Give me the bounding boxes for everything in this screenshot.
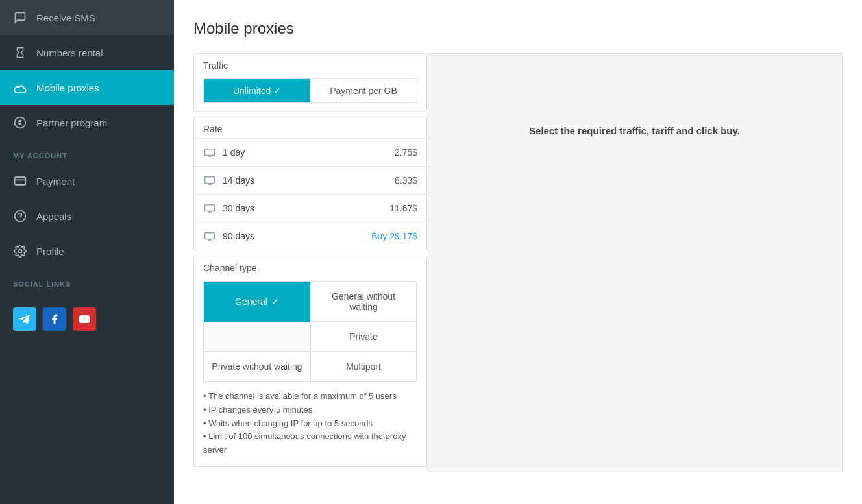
sidebar-label-profile: Profile [36, 246, 64, 257]
sidebar-label-appeals: Appeals [36, 211, 71, 222]
monitor-icon-2 [203, 174, 216, 187]
rate-label-90days: 90 days [223, 231, 254, 241]
sidebar-item-receive-sms[interactable]: Receive SMS [0, 0, 174, 35]
youtube-button[interactable] [73, 307, 96, 331]
channel-grid: General ✓ General without waiting Privat… [203, 281, 417, 382]
telegram-button[interactable] [13, 307, 36, 331]
channel-private-without-waiting[interactable]: Private without waiting [204, 352, 310, 381]
sidebar-item-mobile-proxies[interactable]: Mobile proxies [0, 70, 174, 105]
sidebar-item-appeals[interactable]: Appeals [0, 198, 174, 234]
main-content: Mobile proxies Traffic Unlimited ✓ Payme… [174, 0, 862, 504]
channel-private[interactable]: Private [310, 322, 417, 352]
sidebar-item-partner-program[interactable]: Partner program [0, 105, 174, 140]
svg-rect-9 [205, 177, 215, 184]
channel-type-title: Channel type [194, 256, 426, 277]
channel-general-without-waiting[interactable]: General without waiting [310, 282, 417, 322]
payment-icon [13, 174, 27, 188]
sidebar-label-receive-sms: Receive SMS [36, 12, 95, 23]
svg-rect-10 [205, 205, 215, 211]
cloud-icon [13, 80, 27, 95]
page-title: Mobile proxies [193, 19, 843, 38]
right-panel: Select the required traffic, tariff and … [427, 53, 843, 472]
social-links-label: SOCIAL LINKS [0, 269, 174, 292]
sidebar-item-profile[interactable]: Profile [0, 234, 174, 269]
svg-point-5 [19, 250, 22, 253]
monitor-icon-3 [203, 202, 216, 215]
traffic-card: Traffic Unlimited ✓ Payment per GB [193, 53, 427, 112]
rate-price-14days: 8.33$ [395, 175, 417, 186]
sidebar-label-payment: Payment [36, 176, 75, 187]
monitor-icon-1 [203, 146, 216, 159]
left-panel: Traffic Unlimited ✓ Payment per GB Rate [193, 53, 427, 472]
social-links-container [0, 297, 174, 341]
svg-rect-1 [15, 177, 26, 185]
rate-label-14days: 14 days [223, 175, 254, 186]
right-panel-text: Select the required traffic, tariff and … [529, 125, 740, 136]
info-line-3: • Waits when changing IP for up to 5 sec… [203, 417, 417, 431]
sidebar-item-payment[interactable]: Payment [0, 163, 174, 198]
sidebar: Receive SMS Numbers rental Mobile proxie… [0, 0, 174, 504]
rate-label-1day: 1 day [223, 147, 245, 158]
channel-empty [204, 322, 310, 352]
question-icon [13, 209, 27, 223]
sidebar-label-mobile-proxies: Mobile proxies [36, 82, 99, 93]
hourglass-icon [13, 45, 27, 60]
rate-card: Rate 1 day 2.75$ [193, 117, 427, 250]
channel-type-card: Channel type General ✓ General without w… [193, 256, 427, 467]
info-line-4: • Limit of 100 simultaneous connections … [203, 430, 417, 457]
sidebar-label-partner-program: Partner program [36, 117, 107, 128]
channel-general[interactable]: General ✓ [204, 282, 310, 322]
svg-rect-8 [205, 149, 215, 156]
rate-price-30days: 11.67$ [389, 203, 417, 213]
rate-row-1day[interactable]: 1 day 2.75$ [194, 138, 426, 166]
content-area: Traffic Unlimited ✓ Payment per GB Rate [193, 53, 843, 472]
rate-buy-90days: Buy 29.17$ [371, 231, 417, 241]
channel-info: • The channel is available for a maximum… [194, 382, 426, 466]
sidebar-label-numbers-rental: Numbers rental [36, 47, 103, 58]
my-account-label: MY ACCOUNT [0, 140, 174, 163]
traffic-toggle: Unlimited ✓ Payment per GB [203, 78, 417, 103]
facebook-button[interactable] [43, 307, 66, 331]
euro-icon [13, 115, 27, 130]
info-line-2: • IP changes every 5 minutes [203, 403, 417, 417]
sms-icon [13, 10, 27, 25]
unlimited-button[interactable]: Unlimited ✓ [204, 79, 310, 102]
rate-row-90days[interactable]: 90 days Buy 29.17$ [194, 222, 426, 250]
rate-card-title: Rate [194, 117, 426, 138]
svg-rect-11 [205, 233, 215, 239]
rate-row-14days[interactable]: 14 days 8.33$ [194, 166, 426, 194]
info-line-1: • The channel is available for a maximum… [203, 390, 417, 403]
monitor-icon-4 [203, 230, 216, 243]
sidebar-item-numbers-rental[interactable]: Numbers rental [0, 35, 174, 70]
rate-row-30days[interactable]: 30 days 11.67$ [194, 194, 426, 222]
traffic-card-title: Traffic [194, 54, 426, 75]
gear-icon [13, 244, 27, 258]
rate-price-1day: 2.75$ [395, 147, 417, 158]
rate-label-30days: 30 days [223, 203, 254, 213]
channel-multiport[interactable]: Multiport [310, 352, 417, 381]
payment-per-gb-button[interactable]: Payment per GB [310, 79, 417, 102]
